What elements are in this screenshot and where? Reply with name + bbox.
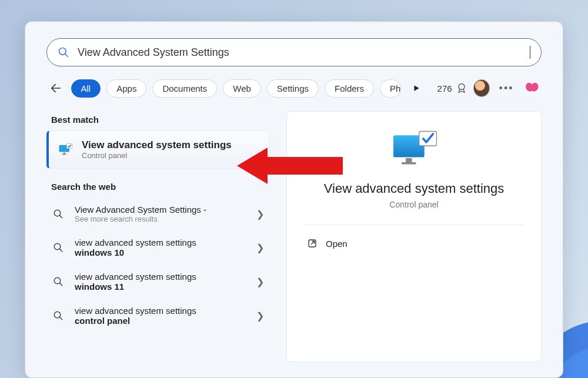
svg-line-10 bbox=[59, 249, 62, 252]
web-result-text: view advanced system settings bbox=[75, 272, 248, 282]
copilot-icon[interactable] bbox=[523, 78, 542, 98]
best-match-subtitle: Control panel bbox=[82, 151, 232, 160]
search-icon bbox=[53, 310, 64, 321]
web-result[interactable]: View Advanced System Settings - See more… bbox=[46, 198, 270, 230]
back-button[interactable] bbox=[46, 78, 65, 98]
tab-photos[interactable]: Ph bbox=[380, 79, 401, 98]
best-match-title: View advanced system settings bbox=[82, 139, 232, 151]
search-icon bbox=[53, 276, 64, 287]
web-result[interactable]: view advanced system settings control pa… bbox=[46, 299, 270, 333]
web-result-bold: control panel bbox=[75, 316, 248, 326]
tab-documents[interactable]: Documents bbox=[152, 79, 217, 98]
search-icon bbox=[58, 46, 69, 58]
web-result-text: View Advanced System Settings - bbox=[75, 205, 248, 215]
svg-line-12 bbox=[59, 283, 62, 286]
back-arrow-icon bbox=[49, 82, 62, 95]
search-bar[interactable]: View Advanced System Settings bbox=[46, 38, 542, 66]
open-label: Open bbox=[326, 239, 348, 249]
tab-web[interactable]: Web bbox=[223, 79, 261, 98]
more-options-button[interactable]: ••• bbox=[496, 82, 517, 95]
svg-rect-5 bbox=[62, 154, 66, 155]
web-result-sub: See more search results bbox=[75, 215, 248, 223]
svg-rect-18 bbox=[402, 162, 416, 165]
chevron-right-icon: ❯ bbox=[256, 310, 264, 322]
details-title: View advanced system settings bbox=[324, 181, 505, 196]
chevron-right-icon: ❯ bbox=[256, 242, 264, 253]
monitor-check-icon bbox=[389, 129, 439, 170]
search-input[interactable]: View Advanced System Settings bbox=[78, 46, 522, 59]
search-window: View Advanced System Settings All Apps D… bbox=[25, 21, 563, 378]
svg-line-8 bbox=[59, 215, 62, 218]
filter-tab-row: All Apps Documents Web Settings Folders … bbox=[46, 78, 542, 98]
svg-rect-17 bbox=[406, 158, 412, 162]
best-match-result[interactable]: View advanced system settings Control pa… bbox=[46, 131, 270, 169]
tab-apps[interactable]: Apps bbox=[106, 79, 146, 98]
divider bbox=[305, 225, 523, 225]
svg-point-2 bbox=[459, 84, 465, 90]
rewards-medal-icon bbox=[456, 82, 467, 94]
search-icon bbox=[53, 209, 64, 219]
web-result-text: view advanced system settings bbox=[75, 306, 248, 316]
chevron-right-icon: ❯ bbox=[256, 209, 264, 220]
svg-rect-4 bbox=[64, 152, 66, 153]
open-action[interactable]: Open bbox=[305, 235, 350, 252]
svg-line-1 bbox=[65, 54, 68, 57]
web-result[interactable]: view advanced system settings windows 11… bbox=[46, 265, 270, 299]
web-result-bold: windows 11 bbox=[75, 282, 248, 292]
open-external-icon bbox=[307, 238, 318, 249]
rewards-points[interactable]: 276 bbox=[437, 82, 467, 94]
text-caret bbox=[530, 46, 530, 59]
chevron-right-icon: ❯ bbox=[256, 276, 264, 287]
svg-line-14 bbox=[59, 317, 62, 320]
monitor-check-icon bbox=[57, 142, 74, 158]
tab-folders[interactable]: Folders bbox=[325, 79, 374, 98]
tab-all[interactable]: All bbox=[71, 79, 101, 98]
details-panel: View advanced system settings Control pa… bbox=[286, 111, 542, 362]
points-value: 276 bbox=[437, 83, 452, 93]
play-icon bbox=[412, 84, 420, 92]
details-subtitle: Control panel bbox=[389, 200, 438, 209]
svg-rect-19 bbox=[419, 132, 437, 146]
search-web-heading: Search the web bbox=[51, 182, 270, 192]
web-result[interactable]: view advanced system settings windows 10… bbox=[46, 230, 270, 265]
web-results-list: View Advanced System Settings - See more… bbox=[46, 198, 270, 333]
scroll-tabs-button[interactable] bbox=[407, 78, 426, 98]
results-left-column: Best match View advanced system settings… bbox=[46, 111, 270, 362]
user-avatar[interactable] bbox=[473, 79, 490, 97]
search-icon bbox=[53, 242, 64, 253]
content-area: Best match View advanced system settings… bbox=[46, 111, 542, 362]
web-result-bold: windows 10 bbox=[75, 247, 248, 257]
web-result-text: view advanced system settings bbox=[75, 237, 248, 247]
tab-settings[interactable]: Settings bbox=[267, 79, 319, 98]
best-match-heading: Best match bbox=[51, 115, 270, 125]
